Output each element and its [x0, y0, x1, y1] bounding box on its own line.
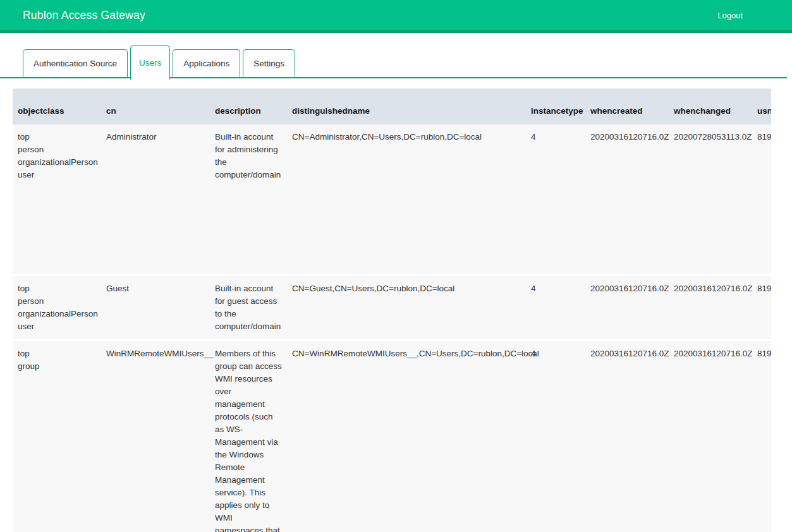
cell-description: Built-in account for administering the c…	[210, 124, 287, 274]
users-table-container: objectclass cn description distinguished…	[13, 88, 771, 532]
cell-cn: Guest	[101, 274, 210, 339]
objectclass-item: organizationalPerson	[18, 308, 96, 320]
objectclass-item: top	[18, 131, 96, 143]
objectclass-item: user	[18, 320, 96, 333]
table-row: top group WinRMRemoteWMIUsers__ Members …	[13, 339, 771, 532]
cell-instancetype: 4	[526, 124, 585, 274]
cell-usn: 819	[752, 339, 771, 532]
objectclass-item: group	[18, 360, 96, 373]
objectclass-item: top	[18, 348, 96, 360]
cell-objectclass: top person organizationalPerson user	[13, 274, 101, 339]
table-row: top person organizationalPerson user Adm…	[13, 124, 771, 274]
objectclass-item: top	[18, 282, 96, 295]
logout-link[interactable]: Logout	[717, 11, 743, 20]
app-header: Rublon Access Gateway Logout	[0, 0, 792, 33]
tab-label: Authentication Source	[34, 59, 117, 68]
cell-whencreated: 20200316120716.0Z	[585, 124, 669, 274]
cell-whenchanged: 20200728053113.0Z	[669, 124, 752, 274]
cell-whenchanged: 20200316120716.0Z	[669, 274, 752, 339]
cell-description: Built-in account for guest access to the…	[210, 274, 287, 339]
tab-label: Settings	[253, 59, 284, 68]
cell-cn: Administrator	[101, 124, 210, 274]
tab-users[interactable]: Users	[130, 45, 170, 80]
column-header-description: description	[210, 88, 287, 124]
cell-cn: WinRMRemoteWMIUsers__	[101, 339, 210, 532]
tab-authentication-source[interactable]: Authentication Source	[23, 49, 128, 77]
cell-instancetype: 4	[526, 274, 585, 339]
objectclass-item: organizationalPerson	[18, 156, 96, 169]
tab-applications[interactable]: Applications	[173, 49, 240, 77]
column-header-whencreated: whencreated	[585, 88, 669, 124]
objectclass-item: person	[18, 143, 96, 156]
cell-description: Members of this group can access WMI res…	[210, 339, 287, 532]
cell-whencreated: 20200316120716.0Z	[585, 274, 669, 339]
tab-settings[interactable]: Settings	[243, 49, 295, 77]
column-header-usn: usn	[752, 88, 771, 124]
cell-instancetype: 4	[526, 339, 585, 532]
objectclass-item: person	[18, 295, 96, 308]
cell-usn: 819	[752, 124, 771, 274]
table-row: top person organizationalPerson user Gue…	[13, 274, 771, 339]
objectclass-list: top group	[18, 348, 96, 373]
cell-objectclass: top person organizationalPerson user	[13, 124, 101, 274]
cell-distinguishedname: CN=WinRMRemoteWMIUsers__,CN=Users,DC=rub…	[287, 339, 526, 532]
tab-label: Users	[139, 58, 161, 68]
table-header-row: objectclass cn description distinguished…	[13, 88, 771, 124]
users-table: objectclass cn description distinguished…	[13, 88, 771, 532]
cell-whenchanged: 20200316120716.0Z	[669, 339, 752, 532]
objectclass-list: top person organizationalPerson user	[18, 282, 96, 333]
tab-label: Applications	[183, 59, 229, 68]
tab-bar: Authentication Source Users Applications…	[0, 45, 787, 78]
cell-distinguishedname: CN=Administrator,CN=Users,DC=rublon,DC=l…	[287, 124, 526, 274]
cell-distinguishedname: CN=Guest,CN=Users,DC=rublon,DC=local	[287, 274, 526, 339]
column-header-whenchanged: whenchanged	[669, 88, 752, 124]
column-header-instancetype: instancetype	[526, 88, 585, 124]
column-header-cn: cn	[101, 88, 210, 124]
cell-objectclass: top group	[13, 339, 101, 532]
column-header-objectclass: objectclass	[13, 88, 101, 124]
cell-usn: 819	[752, 274, 771, 339]
column-header-distinguishedname: distinguishedname	[287, 88, 526, 124]
objectclass-list: top person organizationalPerson user	[18, 131, 96, 181]
cell-whencreated: 20200316120716.0Z	[585, 339, 669, 532]
app-title: Rublon Access Gateway	[23, 9, 145, 22]
objectclass-item: user	[18, 169, 96, 181]
